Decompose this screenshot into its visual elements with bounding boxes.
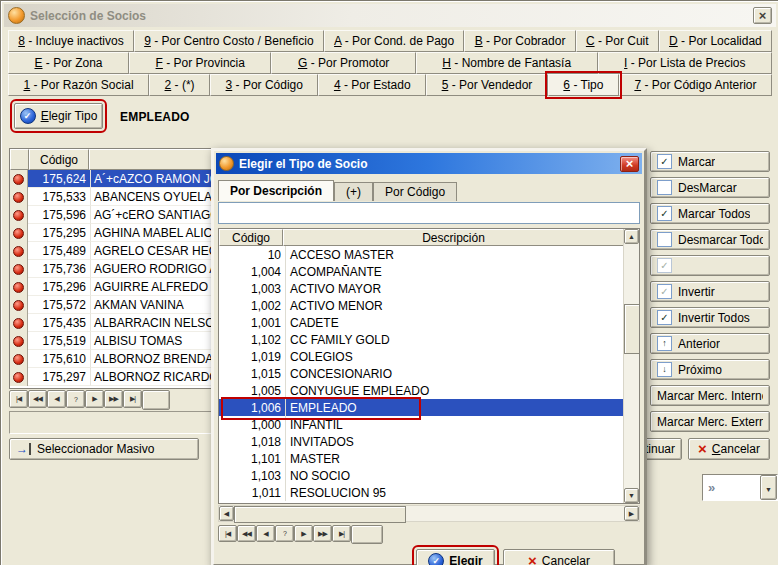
nav-button[interactable]: ▶ — [85, 390, 104, 408]
nav-button[interactable]: |◀ — [218, 525, 237, 542]
tipo-row[interactable]: 1,015 CONCESIONARIO — [219, 365, 624, 382]
hscrollbar-track[interactable] — [234, 506, 624, 521]
tipo-descripcion: COLEGIOS — [286, 348, 624, 365]
nav-button[interactable]: ▶▶ — [313, 525, 332, 542]
dialog-tab[interactable]: Por Código — [373, 182, 457, 201]
scroll-right-button[interactable] — [624, 506, 639, 521]
mark-button[interactable]: Marcar — [650, 151, 770, 172]
tipo-row[interactable]: 1,006 EMPLEADO — [219, 399, 624, 416]
filter-tab[interactable]: 5 - Por Vendedor — [426, 74, 548, 96]
elegir-tipo-dialog: Elegir el Tipo de Socio Por Descripción(… — [211, 148, 647, 565]
filter-tab[interactable]: 7 - Por Código Anterior — [619, 74, 772, 96]
record-dot-icon — [10, 350, 28, 368]
close-icon — [759, 9, 767, 23]
filter-tab[interactable]: 8 - Incluye inactivos — [8, 30, 134, 52]
elegir-label: Elegir — [449, 554, 482, 565]
filter-tab[interactable]: 3 - Por Código — [210, 74, 318, 96]
scrollbar-thumb[interactable] — [624, 304, 640, 354]
mark-button[interactable]: Marcar Todos — [650, 203, 770, 224]
mark-button[interactable]: Invertir Todos — [650, 307, 770, 328]
mark-button[interactable]: Marcar Merc. Externo — [650, 411, 770, 432]
filter-tab[interactable]: F - Por Provincia — [129, 52, 271, 74]
filter-tab[interactable]: A - Por Cond. de Pago — [324, 30, 465, 52]
elegir-button[interactable]: Elegir — [416, 549, 495, 565]
filter-tab[interactable]: 6 - Tipo — [548, 74, 619, 96]
tipo-row[interactable]: 1,101 MASTER — [219, 450, 624, 467]
mark-button[interactable]: DesMarcar — [650, 177, 770, 198]
tipo-row[interactable]: 1,002 ACTIVO MENOR — [219, 297, 624, 314]
bottom-dropdown[interactable] — [702, 474, 778, 501]
dialog-tab[interactable]: (+) — [334, 182, 373, 201]
filter-tab[interactable]: I - Por Lista de Precios — [598, 52, 772, 74]
record-dot-icon — [10, 314, 28, 332]
horizontal-scrollbar[interactable] — [218, 505, 640, 522]
mark-button[interactable]: Próximo — [650, 359, 770, 380]
scroll-down-button[interactable] — [624, 488, 639, 503]
filter-tab[interactable]: 9 - Por Centro Costo / Beneficio — [134, 30, 324, 52]
scrollbar-track[interactable] — [624, 244, 639, 488]
tipo-row[interactable]: 1,011 RESOLUCION 95 — [219, 484, 624, 501]
tipo-row[interactable]: 1,003 ACTIVO MAYOR — [219, 280, 624, 297]
nav-button[interactable]: ◀◀ — [28, 390, 47, 408]
hscrollbar-thumb[interactable] — [234, 506, 406, 523]
nav-button[interactable]: ? — [66, 390, 85, 408]
mark-button[interactable]: Anterior — [650, 333, 770, 354]
codigo-column-header[interactable]: Código — [29, 149, 89, 170]
nav-button[interactable]: ◀ — [47, 390, 66, 408]
filter-tab[interactable]: B - Por Cobrador — [464, 30, 575, 52]
nav-arrow-icon: ▶| — [339, 530, 344, 538]
filter-tab-label: 6 - Tipo — [563, 78, 603, 92]
filter-tab[interactable]: 4 - Por Estado — [318, 74, 426, 96]
mark-button[interactable] — [650, 255, 770, 276]
tipo-row[interactable]: 1,000 INFANTIL — [219, 416, 624, 433]
filter-tab[interactable]: 2 - (*) — [149, 74, 210, 96]
tipos-rows: 10 ACCESO MASTER 1,004 ACOMPAÑANTE 1,003… — [219, 246, 624, 501]
nav-button[interactable]: ◀◀ — [237, 525, 256, 542]
dialog-tab[interactable]: Por Descripción — [218, 180, 334, 201]
mark-button[interactable]: Desmarcar Todos — [650, 229, 770, 250]
tipo-descripcion: ACOMPAÑANTE — [286, 263, 624, 280]
nav-button[interactable]: ? — [275, 525, 294, 542]
filter-tab[interactable]: H - Nombre de Fantasía — [416, 52, 598, 74]
tipo-row[interactable]: 1,001 CADETE — [219, 314, 624, 331]
dialog-title: Elegir el Tipo de Socio — [239, 157, 367, 171]
vertical-scrollbar[interactable] — [623, 229, 639, 503]
filter-tab[interactable]: E - Por Zona — [8, 52, 129, 74]
scroll-left-button[interactable] — [219, 506, 234, 521]
descripcion-filter-input[interactable] — [218, 202, 640, 224]
nav-button[interactable]: ▶| — [123, 390, 142, 408]
dialog-cancelar-button[interactable]: Cancelar — [503, 549, 615, 565]
tipo-codigo: 1,003 — [219, 280, 286, 297]
mark-button[interactable]: Marcar Merc. Interno — [650, 385, 770, 406]
nav-button[interactable]: ▶▶ — [104, 390, 123, 408]
tipo-row[interactable]: 1,103 NO SOCIO — [219, 467, 624, 484]
codigo-column-header[interactable]: Código — [219, 229, 283, 246]
scroll-up-button[interactable] — [624, 229, 639, 244]
filter-tab[interactable]: C - Por Cuit — [576, 30, 659, 52]
mark-button[interactable]: Invertir — [650, 281, 770, 302]
dialog-tab-label: Por Código — [385, 185, 445, 199]
nav-button[interactable]: ▶| — [332, 525, 351, 542]
member-codigo: 175,736 — [28, 260, 91, 278]
filter-tab[interactable]: G - Por Promotor — [271, 52, 415, 74]
dropdown-button[interactable] — [760, 475, 777, 500]
tipo-row[interactable]: 1,018 INVITADOS — [219, 433, 624, 450]
member-codigo: 175,295 — [28, 224, 91, 242]
nav-button[interactable]: ◀ — [256, 525, 275, 542]
cancelar-button[interactable]: Cancelar — [688, 438, 770, 460]
seleccionador-masivo-button[interactable]: Seleccionador Masivo — [9, 438, 199, 460]
tipo-row[interactable]: 1,005 CONYUGUE EMPLEADO — [219, 382, 624, 399]
main-close-button[interactable] — [753, 7, 772, 24]
tipo-row[interactable]: 1,102 CC FAMILY GOLD — [219, 331, 624, 348]
tipo-row[interactable]: 1,004 ACOMPAÑANTE — [219, 263, 624, 280]
nav-button[interactable]: |◀ — [9, 390, 28, 408]
filter-tab[interactable]: D - Por Localidad — [659, 30, 772, 52]
elegir-tipo-button[interactable]: Elegir Tipo — [14, 103, 103, 129]
filter-tab-label: F - Por Provincia — [156, 56, 245, 70]
descripcion-column-header[interactable]: Descripción — [283, 229, 624, 246]
tipo-row[interactable]: 10 ACCESO MASTER — [219, 246, 624, 263]
dialog-close-button[interactable] — [620, 156, 639, 172]
nav-button[interactable]: ▶ — [294, 525, 313, 542]
tipo-row[interactable]: 1,019 COLEGIOS — [219, 348, 624, 365]
filter-tab[interactable]: 1 - Por Razón Social — [8, 74, 149, 96]
